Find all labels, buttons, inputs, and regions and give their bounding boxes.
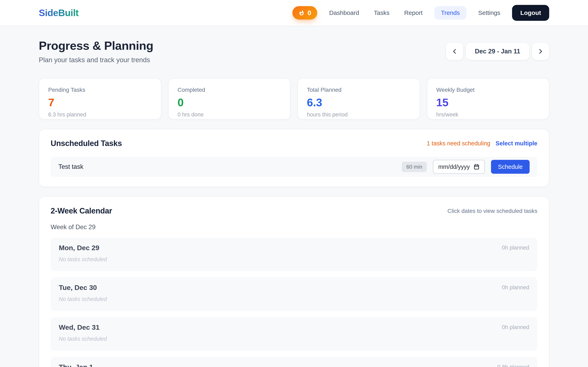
page-title: Progress & Planning: [39, 39, 153, 52]
calendar-panel: 2-Week Calendar Click dates to view sche…: [39, 196, 549, 367]
chevron-left-icon: [450, 48, 458, 55]
task-duration-badge: 60 min: [402, 162, 427, 172]
stats-row: Pending Tasks 7 6.3 hrs planned Complete…: [39, 78, 549, 119]
nav-item-settings[interactable]: Settings: [475, 6, 503, 20]
stat-value: 0: [178, 97, 281, 108]
day-name: Mon, Dec 29: [59, 244, 99, 252]
day-planned-hours: 0h planned: [502, 245, 529, 251]
logout-button[interactable]: Logout: [512, 5, 549, 21]
stat-card-total-planned: Total Planned 6.3 hours this period: [297, 78, 420, 119]
day-name: Wed, Dec 31: [59, 323, 100, 331]
day-empty-label: No tasks scheduled: [59, 336, 529, 342]
select-multiple-link[interactable]: Select multiple: [495, 140, 537, 147]
day-name: Thu, Jan 1: [59, 363, 93, 367]
stat-value: 6.3: [307, 97, 411, 108]
nav-item-dashboard[interactable]: Dashboard: [326, 6, 362, 20]
day-row-mon-dec-29[interactable]: Mon, Dec 29 0h planned No tasks schedule…: [51, 238, 537, 271]
stat-label: Total Planned: [307, 87, 411, 93]
unscheduled-tasks-title: Unscheduled Tasks: [51, 139, 122, 148]
unscheduled-task-row: Test task 60 min mm/dd/yyyy Schedule: [51, 157, 537, 177]
next-period-button[interactable]: [532, 43, 549, 60]
day-row-thu-jan-1[interactable]: Thu, Jan 1 0.8h planned: [51, 357, 537, 367]
nav-item-trends[interactable]: Trends: [434, 6, 466, 20]
day-planned-hours: 0.8h planned: [497, 364, 529, 367]
stat-label: Pending Tasks: [48, 87, 152, 93]
stat-value: 7: [48, 97, 152, 108]
calendar-hint: Click dates to view scheduled tasks: [448, 208, 537, 214]
nav-item-report[interactable]: Report: [401, 6, 425, 20]
stat-card-completed: Completed 0 0 hrs done: [168, 78, 291, 119]
day-planned-hours: 0h planned: [502, 324, 529, 331]
stat-label: Completed: [178, 87, 281, 93]
top-nav-bar: SideBuilt 0 Dashboard Tasks Report Trend…: [0, 0, 588, 26]
schedule-button[interactable]: Schedule: [491, 160, 530, 174]
nav-item-tasks[interactable]: Tasks: [371, 6, 392, 20]
stat-card-pending-tasks: Pending Tasks 7 6.3 hrs planned: [39, 78, 161, 119]
stat-subtext: hrs/week: [436, 111, 540, 118]
stat-subtext: hours this period: [307, 111, 411, 118]
streak-badge[interactable]: 0: [292, 6, 317, 20]
calendar-title: 2-Week Calendar: [51, 207, 112, 215]
day-empty-label: No tasks scheduled: [59, 296, 529, 302]
page-header: Progress & Planning Plan your tasks and …: [39, 39, 549, 64]
streak-count: 0: [307, 9, 311, 17]
day-row-tue-dec-30[interactable]: Tue, Dec 30 0h planned No tasks schedule…: [51, 277, 537, 311]
day-row-wed-dec-31[interactable]: Wed, Dec 31 0h planned No tasks schedule…: [51, 317, 537, 351]
brand-logo[interactable]: SideBuilt: [39, 7, 79, 18]
day-planned-hours: 0h planned: [502, 284, 529, 291]
day-name: Tue, Dec 30: [59, 284, 97, 292]
calendar-icon[interactable]: [474, 164, 480, 170]
chevron-right-icon: [537, 48, 545, 55]
week-label: Week of Dec 29: [51, 224, 537, 231]
day-rows: Mon, Dec 29 0h planned No tasks schedule…: [51, 238, 537, 367]
stat-label: Weekly Budget: [436, 87, 540, 93]
date-input-placeholder: mm/dd/yyyy: [438, 164, 470, 170]
stat-subtext: 0 hrs done: [178, 111, 281, 118]
day-empty-label: No tasks scheduled: [59, 256, 529, 263]
prev-period-button[interactable]: [446, 43, 463, 60]
unscheduled-tasks-panel: Unscheduled Tasks 1 tasks need schedulin…: [39, 129, 549, 187]
stat-card-weekly-budget: Weekly Budget 15 hrs/week: [427, 78, 549, 119]
scheduling-alert-text: 1 tasks need scheduling: [427, 140, 490, 147]
task-name: Test task: [58, 163, 83, 170]
stat-subtext: 6.3 hrs planned: [48, 111, 152, 118]
date-range-label[interactable]: Dec 29 - Jan 11: [466, 43, 529, 60]
flame-icon: [298, 10, 305, 16]
schedule-date-input[interactable]: mm/dd/yyyy: [433, 160, 485, 174]
date-range-nav: Dec 29 - Jan 11: [446, 43, 549, 60]
page-subtitle: Plan your tasks and track your trends: [39, 56, 153, 64]
main-nav: 0 Dashboard Tasks Report Trends Settings…: [292, 5, 549, 21]
stat-value: 15: [436, 97, 540, 108]
